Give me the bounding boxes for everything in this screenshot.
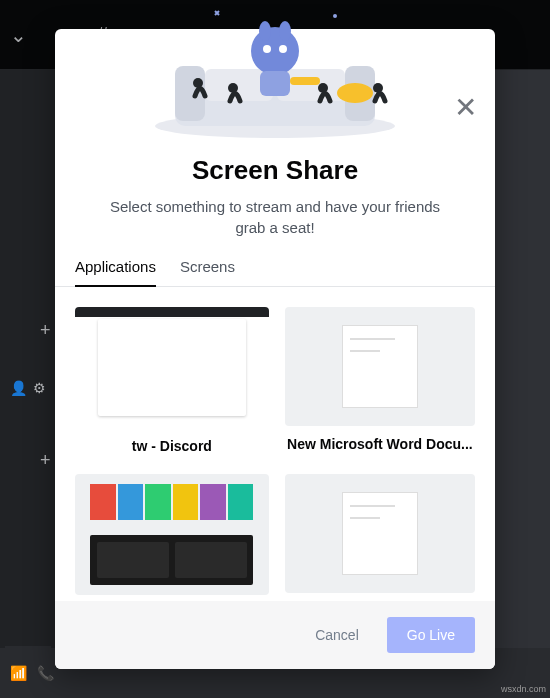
screen-share-modal: ✕ Screen Share Select something to strea…: [55, 29, 495, 669]
modal-footer: Cancel Go Live: [55, 601, 495, 669]
svg-point-8: [279, 21, 291, 41]
close-icon: ✕: [454, 91, 477, 124]
source-item[interactable]: New Microsoft Word Docu...: [285, 474, 475, 601]
watermark: wsxdn.com: [501, 684, 546, 694]
svg-rect-11: [260, 71, 290, 96]
source-label: tw - Discord: [75, 438, 269, 454]
source-item[interactable]: tw - Discord: [75, 307, 269, 454]
svg-point-14: [193, 78, 203, 88]
modal-subtitle: Select something to stream and have your…: [55, 186, 495, 258]
tab-applications[interactable]: Applications: [75, 258, 156, 287]
source-thumbnail: [285, 474, 475, 593]
source-thumbnail: [75, 307, 269, 428]
source-thumbnail: [285, 307, 475, 426]
svg-point-15: [228, 83, 238, 93]
hero-illustration: [55, 29, 495, 149]
svg-rect-2: [175, 66, 205, 121]
svg-point-17: [373, 83, 383, 93]
source-grid: tw - Discord New Microsoft Word Docu... …: [55, 287, 495, 601]
svg-rect-12: [290, 77, 320, 85]
svg-point-6: [251, 27, 299, 75]
svg-point-13: [337, 83, 373, 103]
svg-point-18: [333, 14, 337, 18]
source-item[interactable]: New Microsoft Word Docu...: [285, 307, 475, 454]
svg-point-9: [263, 45, 271, 53]
svg-point-7: [259, 21, 271, 41]
modal-title: Screen Share: [55, 155, 495, 186]
close-button[interactable]: ✕: [451, 93, 479, 121]
modal-overlay: ✕ Screen Share Select something to strea…: [0, 0, 550, 698]
tab-screens[interactable]: Screens: [180, 258, 235, 287]
source-label: New Microsoft Word Docu...: [285, 436, 475, 452]
svg-point-16: [318, 83, 328, 93]
go-live-button[interactable]: Go Live: [387, 617, 475, 653]
svg-point-10: [279, 45, 287, 53]
cancel-button[interactable]: Cancel: [295, 617, 379, 653]
source-thumbnail: [75, 474, 269, 595]
couch-illustration: [135, 1, 415, 141]
tab-bar: Applications Screens: [55, 258, 495, 287]
source-item[interactable]: Go Live and Screen Share -...: [75, 474, 269, 601]
